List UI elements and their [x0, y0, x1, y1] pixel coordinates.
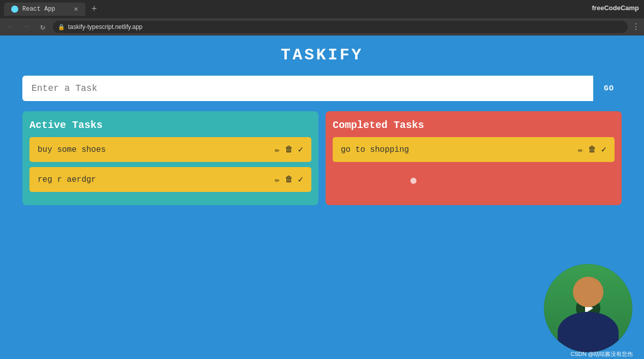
browser-menu-button[interactable]: ⋮ — [632, 22, 640, 32]
task-item: go to shopping ✏ 🗑 ✓ — [333, 137, 615, 162]
go-button[interactable]: GO — [596, 76, 622, 101]
cursor-dot — [410, 178, 416, 184]
delete-icon[interactable]: 🗑 — [285, 175, 293, 184]
task-actions: ✏ 🗑 ✓ — [578, 144, 606, 155]
task-text: reg r aerdgr — [38, 175, 96, 184]
task-input[interactable] — [22, 76, 593, 101]
active-panel-title: Active Tasks — [29, 119, 311, 131]
app-title: TASKIFY — [281, 46, 363, 64]
edit-icon[interactable]: ✏ — [275, 175, 280, 185]
tab-label: React App — [22, 6, 55, 13]
watermark: freeCodeCamp — [592, 4, 639, 12]
video-label: CSDN @咕咕酱没有悲伤 — [571, 350, 633, 358]
browser-tab[interactable]: React App ✕ — [4, 3, 85, 16]
completed-tasks-panel: Completed Tasks go to shopping ✏ 🗑 ✓ — [326, 111, 622, 205]
back-button[interactable]: ← — [4, 21, 16, 33]
app-area: TASKIFY GO Active Tasks buy some shoes ✏… — [0, 36, 644, 359]
task-text: go to shopping — [341, 145, 409, 154]
video-person-bg — [544, 264, 632, 352]
complete-icon[interactable]: ✓ — [298, 144, 303, 155]
complete-icon[interactable]: ✓ — [601, 144, 606, 155]
delete-icon[interactable]: 🗑 — [285, 145, 293, 154]
url-text: taskify-typescript.netlify.app — [68, 23, 143, 30]
completed-panel-title: Completed Tasks — [333, 119, 615, 131]
video-overlay — [542, 263, 634, 354]
tab-favicon — [11, 6, 18, 13]
task-item: buy some shoes ✏ 🗑 ✓ — [29, 137, 311, 162]
edit-icon[interactable]: ✏ — [578, 145, 583, 155]
person-head — [573, 277, 603, 307]
person-body — [558, 312, 619, 352]
browser-chrome: React App ✕ + — [0, 0, 644, 18]
task-text: buy some shoes — [38, 145, 106, 154]
complete-icon[interactable]: ✓ — [298, 174, 303, 185]
browser-toolbar: ← → ↻ 🔒 taskify-typescript.netlify.app ⋮ — [0, 18, 644, 36]
lock-icon: 🔒 — [58, 24, 65, 30]
panels-row: Active Tasks buy some shoes ✏ 🗑 ✓ reg r … — [22, 111, 622, 205]
active-tasks-panel: Active Tasks buy some shoes ✏ 🗑 ✓ reg r … — [22, 111, 318, 205]
task-item: reg r aerdgr ✏ 🗑 ✓ — [29, 167, 311, 192]
delete-icon[interactable]: 🗑 — [588, 145, 596, 154]
input-row: GO — [22, 76, 622, 101]
address-bar[interactable]: 🔒 taskify-typescript.netlify.app — [53, 21, 628, 33]
tab-close-button[interactable]: ✕ — [74, 6, 78, 13]
task-actions: ✏ 🗑 ✓ — [275, 144, 303, 155]
refresh-button[interactable]: ↻ — [37, 21, 49, 33]
task-actions: ✏ 🗑 ✓ — [275, 174, 303, 185]
edit-icon[interactable]: ✏ — [275, 145, 280, 155]
forward-button[interactable]: → — [20, 21, 33, 33]
new-tab-button[interactable]: + — [88, 4, 100, 14]
